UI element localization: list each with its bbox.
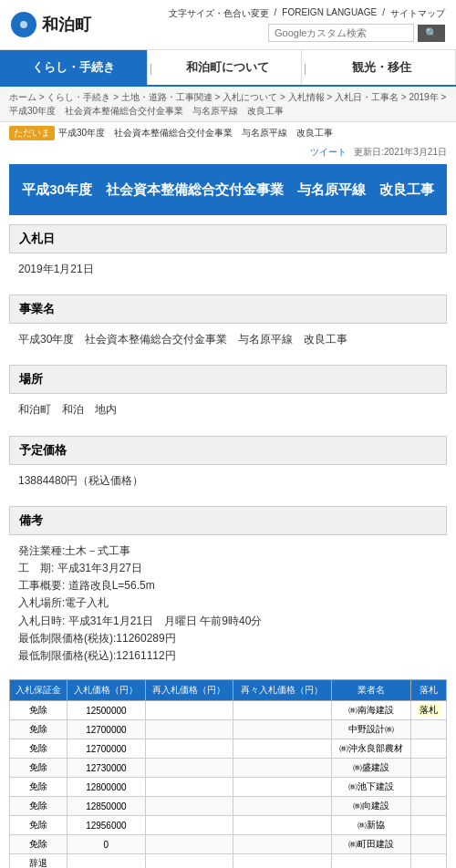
table-row: 辞退	[10, 854, 447, 868]
nav-item-about[interactable]: 和泊町について	[154, 50, 302, 85]
table-cell	[233, 778, 332, 797]
table-cell: ㈱盛建設	[331, 759, 411, 778]
table-cell	[233, 816, 332, 835]
table-cell: 免除	[10, 720, 67, 739]
tag-label: ただいま	[9, 126, 55, 140]
table-cell	[411, 778, 447, 797]
section-label-yotei: 予定価格	[9, 436, 447, 465]
table-cell: ㈱池下建設	[331, 778, 411, 797]
search-input[interactable]	[268, 24, 414, 42]
table-cell: 12700000	[67, 720, 145, 739]
table-row: 免除12800000㈱池下建設	[10, 778, 447, 797]
table-cell	[145, 701, 233, 720]
table-cell	[233, 759, 332, 778]
table-cell: 免除	[10, 778, 67, 797]
table-cell	[411, 759, 447, 778]
table-cell	[233, 739, 332, 759]
table-cell	[67, 854, 145, 868]
logo-icon	[11, 12, 36, 37]
section-label-nyusatsuhi: 入札日	[9, 224, 447, 253]
nav-divider-1: |	[148, 50, 154, 85]
table-cell: 12500000	[67, 701, 145, 720]
tag-row: ただいま 平成30年度 社会資本整備総合交付金事業 与名原平線 改良工事	[0, 122, 456, 144]
table-cell: 12956000	[67, 816, 145, 835]
header-links: 文字サイズ・色合い変更 / FOREIGN LANGUAGE / サイトマップ	[169, 7, 445, 20]
bid-table: 入札保証金 入札価格（円） 再入札価格（円） 再々入札価格（円） 業者名 落札 …	[9, 679, 447, 868]
table-cell	[411, 797, 447, 816]
table-cell: 辞退	[10, 854, 67, 868]
col-header-hosho: 入札保証金	[10, 680, 67, 701]
table-row: 免除12700000㈱沖永良部農材	[10, 739, 447, 759]
nav-item-kurashi[interactable]: くらし・手続き	[0, 50, 148, 85]
table-cell	[331, 854, 411, 868]
table-cell: 12800000	[67, 778, 145, 797]
table-cell	[411, 739, 447, 759]
table-cell: ㈱沖永良部農材	[331, 739, 411, 759]
tag-title: 平成30年度 社会資本整備総合交付金事業 与名原平線 改良工事	[58, 127, 333, 140]
table-row: 免除12700000中野設計㈱	[10, 720, 447, 739]
table-cell: 免除	[10, 816, 67, 835]
table-cell	[411, 720, 447, 739]
table-cell	[233, 701, 332, 720]
table-row: 免除12850000㈱向建設	[10, 797, 447, 816]
table-cell	[411, 816, 447, 835]
section-value-biko: 発注業種:土木－式工事 工 期: 平成31年3月27日 工事概要: 道路改良L=…	[9, 539, 447, 672]
rakusatsu-badge: 落札	[417, 704, 440, 716]
table-cell	[145, 759, 233, 778]
sitemap-link[interactable]: サイトマップ	[390, 7, 445, 20]
breadcrumb: ホーム > くらし・手続き > 土地・道路・工事関連 > 入札について > 入札…	[0, 87, 456, 122]
table-cell: 0	[67, 835, 145, 854]
table-cell	[145, 816, 233, 835]
breadcrumb-text: ホーム > くらし・手続き > 土地・道路・工事関連 > 入札について > 入札…	[9, 92, 446, 116]
table-cell: 落札	[411, 701, 447, 720]
col-header-gyosha: 業者名	[331, 680, 411, 701]
table-cell	[145, 739, 233, 759]
sep2: /	[382, 7, 385, 20]
col-header-kakaku: 入札価格（円）	[67, 680, 145, 701]
section-value-basho: 和泊町 和泊 地内	[9, 398, 447, 426]
col-header-rakusatsu: 落札	[411, 680, 447, 701]
table-cell	[145, 835, 233, 854]
table-cell: 免除	[10, 759, 67, 778]
logo: 和泊町	[11, 12, 91, 37]
font-size-link[interactable]: 文字サイズ・色合い変更	[169, 7, 269, 20]
foreign-language-link[interactable]: FOREIGN LANGUAGE	[282, 7, 377, 20]
table-cell	[145, 778, 233, 797]
navigation: くらし・手続き | 和泊町について | 観光・移住	[0, 50, 456, 87]
table-cell	[145, 720, 233, 739]
search-button[interactable]: 🔍	[418, 25, 445, 42]
page-title: 平成30年度 社会資本整備総合交付金事業 与名原平線 改良工事	[9, 164, 447, 215]
table-cell: ㈱向建設	[331, 797, 411, 816]
table-row: 免除12956000㈱新協	[10, 816, 447, 835]
table-row: 免除12730000㈱盛建設	[10, 759, 447, 778]
table-cell: 12850000	[67, 797, 145, 816]
nav-item-kanko[interactable]: 観光・移住	[308, 50, 456, 85]
table-row: 免除12500000㈱南海建設落札	[10, 701, 447, 720]
table-cell: 免除	[10, 739, 67, 759]
section-label-jigyo: 事業名	[9, 294, 447, 324]
table-cell	[233, 797, 332, 816]
header: 和泊町 文字サイズ・色合い変更 / FOREIGN LANGUAGE / サイト…	[0, 0, 456, 50]
table-cell	[145, 854, 233, 868]
section-value-yotei: 13884480円（税込価格）	[9, 469, 447, 497]
table-cell: ㈱新協	[331, 816, 411, 835]
nav-divider-2: |	[302, 50, 308, 85]
table-cell	[411, 835, 447, 854]
svg-point-1	[20, 21, 27, 28]
table-cell: 中野設計㈱	[331, 720, 411, 739]
sep1: /	[275, 7, 277, 20]
table-cell	[233, 835, 332, 854]
tweet-link[interactable]: ツイート	[310, 146, 347, 159]
table-cell	[411, 854, 447, 868]
section-value-nyusatsuhi: 2019年1月21日	[9, 257, 447, 285]
search-bar: 🔍	[268, 24, 445, 42]
table-row: 免除0㈱町田建設	[10, 835, 447, 854]
site-title: 和泊町	[42, 14, 91, 36]
table-cell: 免除	[10, 701, 67, 720]
section-label-biko: 備考	[9, 506, 447, 535]
section-label-basho: 場所	[9, 365, 447, 394]
col-header-sai: 再入札価格（円）	[145, 680, 233, 701]
col-header-saikai: 再々入札価格（円）	[233, 680, 332, 701]
table-cell	[233, 720, 332, 739]
table-cell: 12700000	[67, 739, 145, 759]
